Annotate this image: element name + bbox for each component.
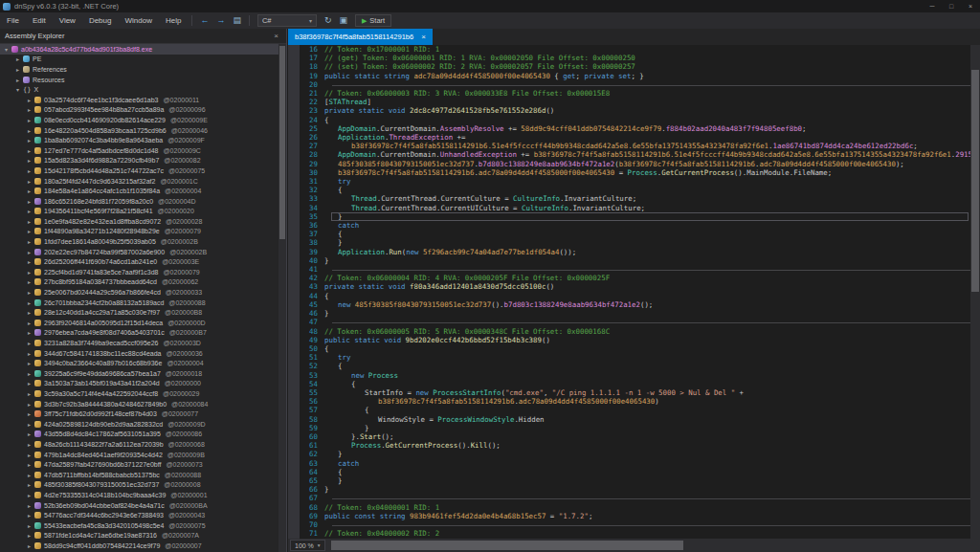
tree-item[interactable]: ▸54776acc7df3444c6bc2943e6e7388493@02000… bbox=[0, 510, 278, 520]
code-line[interactable]: 16// Token: 0x17000001 RID: 1 bbox=[300, 45, 970, 54]
line-number[interactable]: 37 bbox=[300, 230, 324, 238]
code-line[interactable]: 69public const string 983b9461fef54d2da0… bbox=[300, 512, 970, 520]
line-number[interactable]: 48 bbox=[300, 327, 324, 336]
tree-expander-icon[interactable]: ▸ bbox=[25, 137, 33, 144]
line-number[interactable]: 39 bbox=[300, 248, 324, 256]
menu-edit[interactable]: Edit bbox=[26, 12, 53, 29]
tree-expander-icon[interactable]: ▸ bbox=[25, 97, 33, 103]
tree-item[interactable]: ▸48a26cb111434822f7a2a6112ea72039b@02000… bbox=[0, 439, 278, 450]
tree-item[interactable]: ▸3ff75c71fdb62d0d992f148cef87b4d03@02000… bbox=[0, 408, 278, 419]
tree-item[interactable]: ▸47da25897fab427690bd6b371227e0bff@02000… bbox=[0, 459, 278, 470]
tree-scrollbar[interactable] bbox=[278, 44, 286, 552]
tree-expander-icon[interactable]: ▸ bbox=[25, 208, 33, 214]
menu-file[interactable]: File bbox=[0, 12, 26, 29]
tree-item[interactable]: ▸39225a6c9f9e49dda69686ca57bea1a7@020000… bbox=[0, 368, 278, 379]
start-debug-button[interactable]: ▶ Start bbox=[355, 14, 391, 27]
tree-item[interactable]: ▸15a5d823a3d4f6d9882a72290cfb49b7@020000… bbox=[0, 156, 278, 166]
code-line[interactable]: 53new Process bbox=[300, 371, 970, 380]
tree-expander-icon[interactable]: ▸ bbox=[25, 390, 33, 397]
code-line[interactable]: 18// (set) Token: 0x06000002 RID: 2 RVA:… bbox=[300, 62, 970, 71]
tree-item[interactable]: ▸479b1a4dc84ed4641aef9f209354c4d42@02000… bbox=[0, 450, 278, 460]
code-line[interactable]: 34Thread.CurrentThread.CurrentUICulture … bbox=[300, 204, 970, 212]
tree-expander-icon[interactable]: ▸ bbox=[25, 421, 33, 428]
tree-item[interactable]: ▸16e48220a4504d858a93bcaa1725cd9b6@02000… bbox=[0, 125, 278, 136]
code-line[interactable]: 37{ bbox=[300, 230, 970, 238]
tree-item[interactable]: ▸485f30385f80430793150051ec32d737@020000… bbox=[0, 480, 278, 491]
vertical-scrollbar-thumb[interactable] bbox=[971, 70, 979, 292]
tree-expander-icon[interactable]: ▸ bbox=[25, 410, 33, 417]
code-line[interactable]: 60}.Start(); bbox=[300, 432, 970, 441]
line-number[interactable]: 17 bbox=[300, 54, 324, 62]
code-line[interactable]: 52{ bbox=[300, 362, 970, 370]
tree-expander-icon[interactable]: ▸ bbox=[25, 360, 33, 366]
line-number[interactable]: 19 bbox=[300, 72, 324, 80]
tree-item[interactable]: ▸03a2574dc6f74ee1bc1f3dcaee6d1ab3@020000… bbox=[0, 95, 278, 105]
tree-item[interactable]: ▸58dd9c94cff041ddb0754842214ce9f79@02000… bbox=[0, 541, 278, 551]
open-icon[interactable]: ▤ bbox=[229, 12, 245, 29]
code-line[interactable]: 32{ bbox=[300, 186, 970, 194]
tree-item-pe[interactable]: ▸PE bbox=[0, 55, 278, 65]
menu-view[interactable]: View bbox=[53, 12, 82, 29]
tree-expander-icon[interactable]: ▸ bbox=[25, 340, 33, 346]
tree-expander-icon[interactable]: ▸ bbox=[25, 117, 33, 123]
tree-item[interactable]: ▸47db5711bffbb14bf588cbabcb51375bc@02000… bbox=[0, 470, 278, 480]
code-line[interactable]: 23private static void 2dc8c4977d2641528f… bbox=[300, 106, 970, 115]
nav-back-icon[interactable]: ← bbox=[196, 12, 212, 29]
tree-item[interactable]: ▸3231a828a3f7449ba9ecad5ccf095e26@020000… bbox=[0, 338, 278, 348]
line-number[interactable]: 30 bbox=[300, 168, 324, 177]
tree-item[interactable]: ▸344d67c5841741838bc11ec88cd4eada@020000… bbox=[0, 348, 278, 359]
code-line[interactable]: 29485f30385f80430793150051ec32d737.b7d80… bbox=[300, 160, 970, 168]
tree-item[interactable]: ▸1ba8ab6092074c3ba4bb9e8a9643aeba@020000… bbox=[0, 135, 278, 145]
menu-help[interactable]: Help bbox=[159, 12, 188, 29]
tree-expander-icon[interactable]: ▸ bbox=[13, 55, 22, 62]
language-selector[interactable]: C# ▾ bbox=[257, 14, 317, 27]
code-line[interactable]: 26Application.ThreadException += bbox=[300, 133, 970, 142]
tree-item[interactable]: ▸424a025898124db90eb2d9aa282832cd@020000… bbox=[0, 419, 278, 430]
tree-expander-icon[interactable]: ▸ bbox=[25, 481, 33, 488]
tree-expander-icon[interactable]: ▸ bbox=[25, 350, 33, 357]
tree-expander-icon[interactable]: ▸ bbox=[13, 77, 22, 83]
line-number[interactable]: 59 bbox=[300, 424, 324, 432]
line-number[interactable]: 24 bbox=[300, 116, 324, 124]
code-line[interactable]: 71// Token: 0x04000002 RID: 2 bbox=[300, 529, 970, 538]
code-line[interactable]: 22[STAThread] bbox=[300, 98, 970, 106]
tree-expander-icon[interactable]: ▸ bbox=[25, 502, 33, 509]
tree-expander-icon[interactable]: ▸ bbox=[25, 269, 33, 276]
tree-item[interactable]: ▸184e58a4e1a864cc4afc1cb1f1035f84a@02000… bbox=[0, 186, 278, 196]
tree-expander-icon[interactable]: ▸ bbox=[25, 218, 33, 225]
tree-expander-icon[interactable]: ▸ bbox=[25, 542, 33, 549]
code-line[interactable]: 57{ bbox=[300, 406, 970, 414]
line-number[interactable]: 65 bbox=[300, 476, 324, 485]
code-line[interactable]: 41 bbox=[300, 265, 970, 274]
tree-expander-icon[interactable]: ▸ bbox=[25, 522, 33, 529]
tree-expander-icon[interactable]: ▸ bbox=[13, 66, 22, 73]
line-number[interactable]: 27 bbox=[300, 142, 324, 150]
tree-expander-icon[interactable]: ▸ bbox=[25, 472, 33, 478]
code-line[interactable]: 33Thread.CurrentThread.CurrentCulture = … bbox=[300, 194, 970, 203]
assembly-tree[interactable]: ▾a0b4364a28c5c4d77bd4ad901f3ba8df8.exe▸P… bbox=[0, 44, 278, 552]
code-line[interactable]: 44{ bbox=[300, 292, 970, 300]
tab-close-icon[interactable]: × bbox=[421, 33, 426, 41]
code-line[interactable]: 51try bbox=[300, 353, 970, 362]
tree-expander-icon[interactable]: ▸ bbox=[25, 431, 33, 437]
line-number[interactable]: 26 bbox=[300, 133, 324, 142]
tree-item[interactable]: ▸25e0067bd02444a29c596a7b866fe4cd@020000… bbox=[0, 287, 278, 298]
line-number[interactable]: 61 bbox=[300, 441, 324, 450]
tree-expander-icon[interactable]: ▸ bbox=[25, 157, 33, 164]
code-line[interactable]: 45new 485f30385f80430793150051ec32d737()… bbox=[300, 300, 970, 309]
menu-debug[interactable]: Debug bbox=[82, 12, 119, 29]
code-line[interactable]: 59} bbox=[300, 424, 970, 432]
line-number[interactable]: 51 bbox=[300, 353, 324, 362]
tree-item-assembly[interactable]: ▾a0b4364a28c5c4d77bd4ad901f3ba8df8.exe bbox=[0, 44, 278, 55]
code-line[interactable]: 35} bbox=[300, 212, 970, 221]
line-number[interactable]: 44 bbox=[300, 292, 324, 300]
code-line[interactable]: 43private static void f80a346add12401a84… bbox=[300, 282, 970, 291]
line-number[interactable]: 66 bbox=[300, 485, 324, 494]
tree-expander-icon[interactable]: ▸ bbox=[25, 228, 33, 234]
tree-scrollbar-thumb[interactable] bbox=[279, 46, 285, 239]
tree-expander-icon[interactable]: ▸ bbox=[25, 492, 33, 498]
line-number[interactable]: 23 bbox=[300, 106, 324, 115]
tree-expander-icon[interactable]: ▸ bbox=[25, 370, 33, 377]
code-line[interactable]: 64{ bbox=[300, 468, 970, 476]
tree-item[interactable]: ▸057abcd2993f45ee984b8ba27ccb5a89a@02000… bbox=[0, 105, 278, 116]
